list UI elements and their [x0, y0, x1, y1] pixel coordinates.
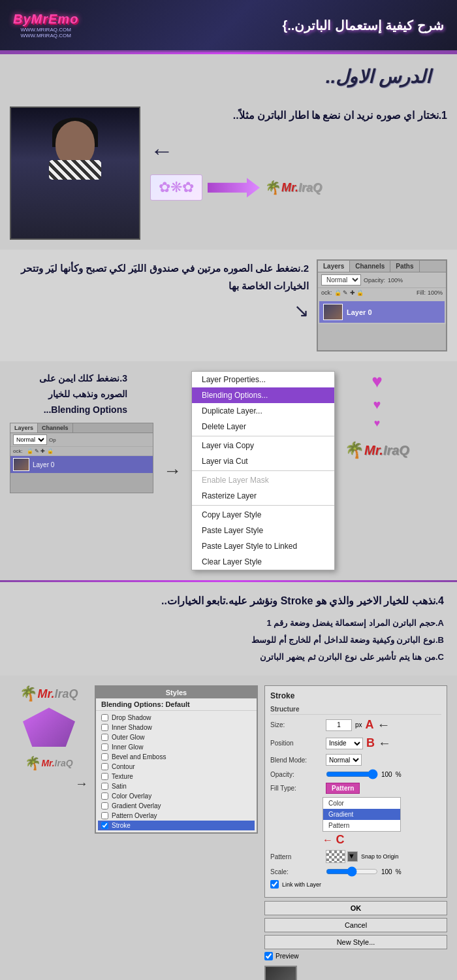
- step2-section: 2.نضغط على الصوره مرتين في صندوق الليَر …: [0, 250, 457, 361]
- arrow-A-icon: ←: [377, 717, 390, 732]
- menu-paste-to-linked[interactable]: Paste Layer Style to Linked: [192, 538, 334, 554]
- position-select[interactable]: Inside Outside Center: [326, 738, 363, 749]
- pattern-arrow-btn[interactable]: ▼: [347, 851, 358, 862]
- style-pattern-overlay[interactable]: Pattern Overlay: [98, 811, 255, 821]
- style-inner-glow[interactable]: Inner Glow: [98, 742, 255, 752]
- stroke-dialog: Stroke Structure Size: px A ← Position I…: [264, 685, 447, 898]
- blend-mode-select[interactable]: Normal: [321, 274, 361, 286]
- size-input[interactable]: [326, 719, 352, 731]
- mini-tab-layers[interactable]: Layers: [10, 423, 38, 433]
- structure-label: Structure: [270, 706, 441, 715]
- opacity-row: Opacity: 100 %: [270, 769, 441, 779]
- check-texture[interactable]: [101, 773, 108, 780]
- style-stroke[interactable]: Stroke: [98, 821, 255, 830]
- style-texture[interactable]: Texture: [98, 772, 255, 781]
- layer-item[interactable]: Layer 0: [319, 301, 445, 323]
- fill-type-dropdown: Color Gradient Pattern: [323, 797, 401, 832]
- menu-rasterize[interactable]: Rasterize Layer: [192, 488, 334, 504]
- style-gradient-overlay[interactable]: Gradient Overlay: [98, 801, 255, 811]
- snap-label: Snap to Origin: [361, 853, 399, 860]
- menu-duplicate-layer[interactable]: Duplicate Layer...: [192, 403, 334, 419]
- swirl-pattern-box: ✿❋✿: [150, 174, 202, 201]
- style-color-overlay[interactable]: Color Overlay: [98, 791, 255, 801]
- check-inner-glow[interactable]: [101, 743, 108, 751]
- arrow-B-icon: ←: [378, 736, 391, 751]
- menu-layer-properties[interactable]: Layer Properties...: [192, 372, 334, 387]
- lock-row: ock: 🔒 ✎ ✚ 🔒 Fill: 100%: [318, 288, 446, 297]
- check-inner-shadow[interactable]: [101, 724, 108, 731]
- link-checkbox[interactable]: [270, 880, 279, 889]
- preview-swatch: [264, 966, 297, 980]
- tab-paths[interactable]: Paths: [390, 261, 419, 272]
- scale-row: Scale: 100 %: [270, 866, 441, 877]
- opacity-slider[interactable]: [326, 769, 378, 779]
- check-pattern-overlay[interactable]: [101, 812, 108, 819]
- layer-name: Layer 0: [347, 308, 372, 316]
- pattern-swatch[interactable]: [326, 850, 345, 863]
- check-gradient-overlay[interactable]: [101, 802, 108, 809]
- style-outer-glow[interactable]: Outer Glow: [98, 732, 255, 742]
- step2-text: 2.نضغط على الصوره مرتين في صندوق الليَر …: [10, 259, 309, 295]
- cancel-button[interactable]: Cancel: [264, 918, 447, 932]
- menu-copy-layer-style[interactable]: Copy Layer Style: [192, 507, 334, 523]
- menu-blending-options[interactable]: Blending Options...: [192, 387, 334, 403]
- tab-layers[interactable]: Layers: [318, 261, 350, 272]
- preview-checkbox[interactable]: [264, 952, 273, 960]
- scale-slider[interactable]: [326, 866, 378, 877]
- dialog-buttons: OK Cancel New Style... Preview: [264, 901, 447, 980]
- pattern-row: Pattern ▼ Snap to Origin: [270, 850, 441, 863]
- label-C-arrow: ← C: [323, 833, 441, 847]
- fill-gradient-option[interactable]: Gradient: [323, 809, 400, 820]
- step4-detail-text: A.حجم الباترن المراد إستعمالة يفضل وضعة …: [13, 615, 444, 666]
- step3-right-deco: ♥ ♥ ♥ 🌴 Mr.IraQ: [345, 371, 409, 459]
- check-bevel-emboss[interactable]: [101, 753, 108, 760]
- check-stroke[interactable]: [101, 822, 108, 829]
- menu-layer-via-cut[interactable]: Layer via Cut: [192, 453, 334, 469]
- layers-panel: Layers Channels Paths Normal Opacity: 10…: [317, 259, 447, 351]
- style-contour[interactable]: Contour: [98, 762, 255, 772]
- mr-iraq-logo-right: 🌴 Mr.IraQ: [345, 441, 409, 459]
- style-inner-shadow[interactable]: Inner Shadow: [98, 723, 255, 732]
- step3-text: 3.نضغط كلك ايمن على الصوره ونذهب للخيار …: [10, 371, 127, 417]
- ok-button[interactable]: OK: [264, 901, 447, 915]
- menu-clear-layer-style[interactable]: Clear Layer Style: [192, 554, 334, 570]
- style-bevel-emboss[interactable]: Bevel and Emboss: [98, 752, 255, 762]
- panel-tabs[interactable]: Layers Channels Paths: [318, 261, 446, 272]
- opacity-value: 100%: [388, 277, 403, 284]
- check-color-overlay[interactable]: [101, 792, 108, 800]
- check-contour[interactable]: [101, 763, 108, 770]
- size-label: Size:: [270, 721, 323, 728]
- check-drop-shadow[interactable]: [101, 714, 108, 721]
- style-satin[interactable]: Satin: [98, 781, 255, 791]
- fill-color-option[interactable]: Color: [323, 798, 400, 809]
- link-label: Link with Layer: [282, 881, 321, 888]
- opacity-label: Opacity:: [364, 277, 385, 284]
- mini-layer-item[interactable]: Layer 0: [10, 456, 153, 473]
- mini-tab-channels[interactable]: Channels: [38, 423, 73, 433]
- fill-pattern-option[interactable]: Pattern: [323, 820, 400, 831]
- menu-layer-via-copy[interactable]: Layer via Copy: [192, 438, 334, 453]
- mini-panel-tabs[interactable]: Layers Channels: [10, 423, 153, 433]
- lesson-title: الدرس الاول..: [26, 66, 431, 88]
- tab-channels[interactable]: Channels: [350, 261, 390, 272]
- blend-mode-row: Blend Mode: Normal: [270, 754, 441, 766]
- check-satin[interactable]: [101, 783, 108, 790]
- menu-paste-layer-style[interactable]: Paste Layer Style: [192, 523, 334, 538]
- new-style-button[interactable]: New Style...: [264, 935, 447, 949]
- blending-options-row[interactable]: Blending Options: Default: [96, 698, 257, 711]
- fill-type-display[interactable]: Pattern: [326, 783, 360, 794]
- check-outer-glow[interactable]: [101, 734, 108, 741]
- mini-blend-select[interactable]: Normal: [13, 434, 47, 445]
- size-unit: px: [355, 721, 362, 728]
- step4-arrow-icon: →: [75, 776, 88, 791]
- style-drop-shadow[interactable]: Drop Shadow: [98, 713, 255, 723]
- link-row: Link with Layer: [270, 880, 441, 889]
- arrow-down-right-icon: ↘: [294, 301, 309, 321]
- arrow-left-icon: ←: [150, 137, 174, 165]
- step1-text: 1.نختار اي صوره نريد ان نضع ها اطار البا…: [150, 106, 447, 124]
- header-title: شرح كيفية إستعمال الباترن..}: [282, 18, 444, 33]
- menu-delete-layer[interactable]: Delete Layer: [192, 419, 334, 434]
- blend-mode-select[interactable]: Normal: [326, 754, 362, 766]
- pattern-label: Pattern: [270, 853, 323, 860]
- menu-enable-mask[interactable]: Enable Layer Mask: [192, 472, 334, 488]
